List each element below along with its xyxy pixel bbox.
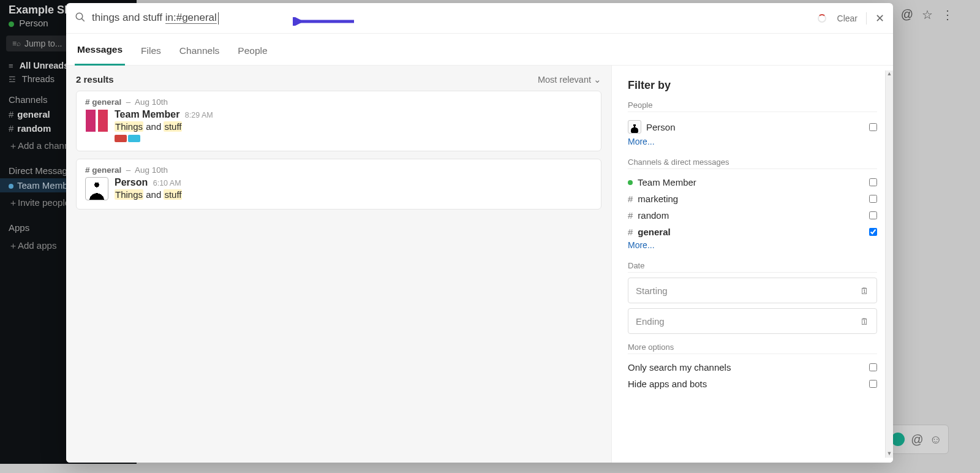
scroll-up-icon[interactable]: ▲ <box>886 70 893 78</box>
tab-channels[interactable]: Channels <box>177 37 222 65</box>
search-input[interactable]: things and stuff in:#general <box>92 12 818 25</box>
avatar <box>85 109 108 132</box>
date-section-label: Date <box>628 261 877 273</box>
cdm-section-label: Channels & direct messages <box>628 157 877 169</box>
tab-files[interactable]: Files <box>138 37 164 65</box>
avatar <box>85 177 108 200</box>
scrollbar[interactable]: ▲ ▼ <box>885 70 893 458</box>
calendar-icon: 🗓 <box>860 286 869 296</box>
annotation-arrow <box>293 17 354 22</box>
filter-checkbox[interactable] <box>869 363 877 371</box>
sort-dropdown[interactable]: Most relevant ⌄ <box>538 75 601 85</box>
grammarly-icon[interactable] <box>891 433 905 446</box>
more-options-label: More options <box>628 342 877 354</box>
result-meta: # general – Aug 10th <box>85 165 592 175</box>
filter-cdm-item[interactable]: #marketing <box>628 191 877 207</box>
svg-line-1 <box>81 18 85 21</box>
filter-cdm-item[interactable]: #random <box>628 207 877 224</box>
svg-point-0 <box>76 13 83 20</box>
date-end-input[interactable]: Ending 🗓 <box>628 308 877 334</box>
filter-checkbox[interactable] <box>869 195 877 203</box>
threads-icon: ☲ <box>9 75 16 84</box>
search-tabs: MessagesFilesChannelsPeople <box>66 34 893 66</box>
date-start-input[interactable]: Starting 🗓 <box>628 278 877 303</box>
at-icon[interactable]: @ <box>901 7 913 22</box>
date-end-placeholder: Ending <box>636 316 665 327</box>
search-query-scope: in:#general <box>165 12 217 24</box>
filter-title: Filter by <box>628 79 877 92</box>
result-meta: # general – Aug 10th <box>85 97 592 107</box>
date-start-placeholder: Starting <box>636 286 668 296</box>
filter-cdm-item[interactable]: #general <box>628 224 877 240</box>
divider <box>866 12 867 25</box>
filter-option[interactable]: Only search my channels <box>628 359 877 376</box>
result-message: Things and stuff <box>115 189 592 200</box>
search-result[interactable]: # general – Aug 10th Team Member 8:29 AM… <box>76 91 601 151</box>
jump-label: Jump to... <box>24 39 62 48</box>
presence-icon <box>9 21 14 27</box>
filter-checkbox[interactable] <box>869 380 877 388</box>
chevron-down-icon: ⌄ <box>594 75 601 85</box>
search-result[interactable]: # general – Aug 10th Person 6:10 AM Thin… <box>76 159 601 210</box>
emoji-icon[interactable]: ☺ <box>930 433 942 447</box>
presence-icon <box>628 180 633 185</box>
current-user-name: Person <box>19 18 48 28</box>
cdm-more[interactable]: More... <box>628 240 877 250</box>
search-modal: things and stuff in:#general Clear ✕ Mes… <box>66 3 893 463</box>
result-author: Person <box>115 177 148 187</box>
hash-icon: # <box>628 194 633 204</box>
filter-checkbox[interactable] <box>869 228 877 236</box>
result-time: 6:10 AM <box>153 179 181 187</box>
filter-panel: Filter by People Person More... Channels… <box>611 66 893 463</box>
tab-people[interactable]: People <box>235 37 270 65</box>
hash-icon: # <box>628 210 633 221</box>
results-count: 2 results <box>76 74 114 85</box>
calendar-icon: 🗓 <box>860 316 869 327</box>
search-icon <box>75 12 86 25</box>
jump-icon: ≡⌕ <box>12 39 21 48</box>
star-icon[interactable]: ☆ <box>922 7 933 22</box>
result-message: Things and stuff <box>115 121 592 132</box>
tab-messages[interactable]: Messages <box>75 36 125 66</box>
filter-cdm-item[interactable]: Team Member <box>628 174 877 191</box>
threads-label: Threads <box>22 74 55 84</box>
filter-person[interactable]: Person <box>628 117 877 137</box>
clear-button[interactable]: Clear <box>837 13 858 23</box>
filter-checkbox[interactable] <box>869 178 877 186</box>
result-time: 8:29 AM <box>185 111 213 119</box>
avatar <box>628 120 641 134</box>
unreads-icon: ≡ <box>9 61 13 70</box>
results-column: 2 results Most relevant ⌄ # general – Au… <box>66 66 611 463</box>
people-section-label: People <box>628 100 877 112</box>
loading-icon <box>818 14 826 23</box>
scroll-down-icon[interactable]: ▼ <box>886 450 893 458</box>
search-query-text: things and stuff <box>92 12 165 23</box>
people-more[interactable]: More... <box>628 137 877 146</box>
sort-label: Most relevant <box>538 75 591 85</box>
search-bar: things and stuff in:#general Clear ✕ <box>66 3 893 34</box>
at-mention-icon[interactable]: @ <box>911 433 923 447</box>
filter-checkbox[interactable] <box>869 123 877 131</box>
filter-option[interactable]: Hide apps and bots <box>628 376 877 392</box>
result-author: Team Member <box>115 109 179 119</box>
filter-checkbox[interactable] <box>869 211 877 219</box>
menu-icon[interactable]: ⋮ <box>941 7 954 22</box>
browser-icons: @ ☆ ⋮ <box>901 7 954 22</box>
hash-icon: # <box>628 227 633 237</box>
all-unreads-label: All Unreads <box>20 61 69 70</box>
close-icon[interactable]: ✕ <box>875 12 884 25</box>
